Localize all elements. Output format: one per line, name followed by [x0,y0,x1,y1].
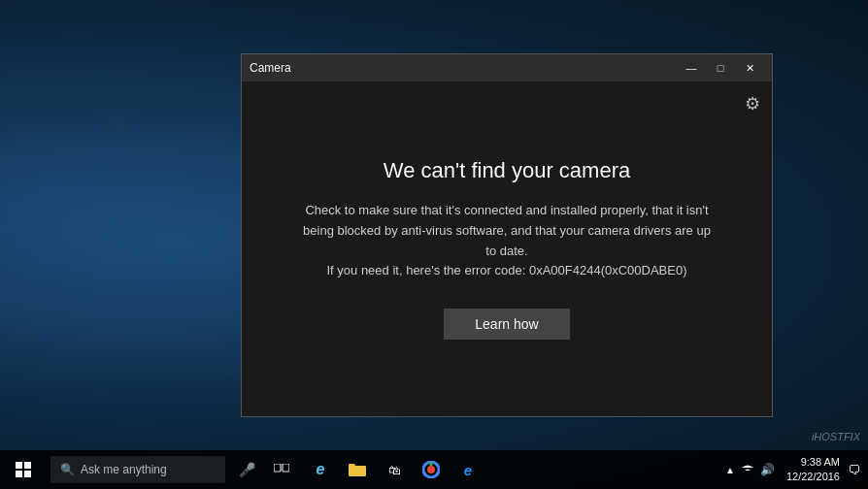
watermark: iHOSTFIX [812,431,860,442]
settings-icon[interactable]: ⚙ [745,93,760,114]
learn-how-button[interactable]: Learn how [444,309,570,340]
taskbar-right: ▲ 🔊 9:38 AM 12/22/2016 🗨 [725,455,868,485]
error-description: Check to make sure that it's connected a… [303,201,711,281]
error-title: We can't find your camera [384,158,630,183]
window-controls: — □ ✕ [677,54,764,82]
svg-point-7 [427,466,435,473]
clock-date: 12/22/2016 [786,470,840,484]
desktop: Camera — □ ✕ ⚙ We can't find your camera… [0,0,868,489]
window-content: ⚙ We can't find your camera Check to mak… [242,82,772,416]
camera-window: Camera — □ ✕ ⚙ We can't find your camera… [241,53,773,417]
volume-icon[interactable]: 🔊 [760,463,775,476]
minimize-button[interactable]: — [677,54,706,82]
window-titlebar: Camera — □ ✕ [242,54,772,82]
task-view-button[interactable] [264,450,299,489]
search-icon: 🔍 [60,463,75,476]
taskbar-app-icons: e 🛍 e [303,450,485,489]
ie-icon[interactable]: e [451,450,485,489]
chrome-icon[interactable] [414,450,449,489]
network-icon[interactable] [741,463,754,477]
maximize-button[interactable]: □ [706,54,735,82]
system-tray-icons: ▲ 🔊 [725,463,775,477]
window-title: Camera [250,61,677,75]
svg-rect-1 [24,462,31,469]
clock-time: 9:38 AM [786,455,840,470]
folder-icon[interactable] [340,450,375,489]
notification-icon[interactable]: 🗨 [848,463,860,477]
svg-rect-3 [24,471,31,477]
start-button[interactable] [0,450,47,489]
close-button[interactable]: ✕ [735,54,764,82]
system-clock[interactable]: 9:38 AM 12/22/2016 [786,455,840,485]
edge-icon[interactable]: e [303,450,338,489]
search-text: Ask me anything [81,463,167,476]
chevron-icon[interactable]: ▲ [725,465,735,475]
store-icon[interactable]: 🛍 [377,450,412,489]
search-bar[interactable]: 🔍 Ask me anything [50,456,225,483]
svg-rect-5 [283,464,289,472]
mic-button[interactable]: 🎤 [229,450,264,489]
svg-rect-0 [16,462,22,469]
svg-rect-4 [274,464,281,472]
svg-rect-2 [16,471,22,477]
taskbar: 🔍 Ask me anything 🎤 e 🛍 [0,450,868,489]
